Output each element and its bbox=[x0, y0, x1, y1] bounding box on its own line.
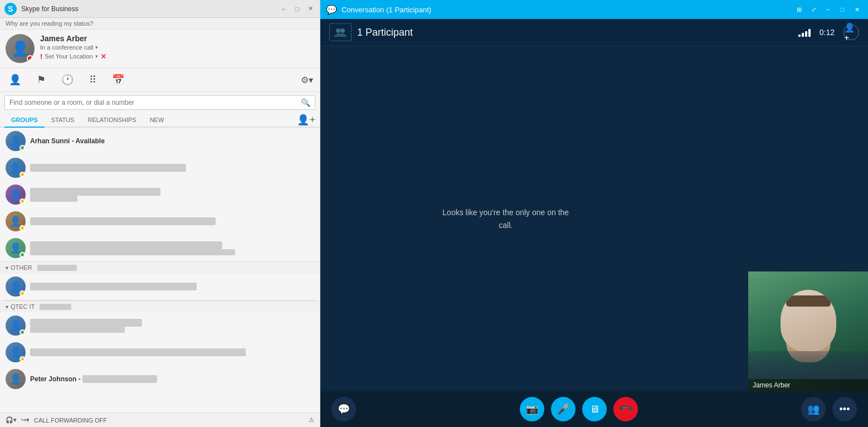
signal-bars-icon bbox=[798, 28, 811, 37]
profile-section: 👤 James Arber In a conference call ▾ ! S… bbox=[0, 30, 320, 68]
avatar: 👤 bbox=[6, 238, 26, 258]
status-available-icon bbox=[19, 252, 25, 258]
meetings-nav-icon[interactable]: 📅 bbox=[110, 71, 126, 88]
conv-title-bar: 💬 Conversation (1 Participant) ⊞ ⤢ − □ ✕ bbox=[320, 0, 868, 19]
collapse-icon[interactable]: ▾ bbox=[6, 304, 8, 310]
list-item[interactable]: 👤 ███████████ ██████ ████████ ██████ ███… bbox=[0, 235, 320, 261]
contact-status-text: ████████████████████████ bbox=[30, 327, 314, 333]
minimize-button[interactable]: − bbox=[279, 4, 289, 14]
participants-group-icon bbox=[334, 27, 347, 38]
mic-button[interactable]: 🎤 bbox=[551, 397, 576, 421]
svg-point-1 bbox=[340, 28, 345, 33]
maximize-button[interactable]: □ bbox=[837, 4, 848, 15]
head-shape bbox=[781, 290, 836, 351]
add-person-button[interactable]: 👤+ bbox=[843, 25, 859, 40]
tab-relationships[interactable]: RELATIONSHIPS bbox=[81, 113, 143, 128]
profile-location: ! Set Your Location ▾ ✕ bbox=[40, 52, 314, 61]
expand-button[interactable]: ⤢ bbox=[808, 4, 819, 15]
warning-icon[interactable]: ⚠ bbox=[309, 416, 314, 424]
list-item[interactable]: 👤 ██████████████ ████████████ ██████ ███… bbox=[0, 208, 320, 235]
app-title: Skype for Business bbox=[21, 5, 79, 13]
mic-icon: 🎤 bbox=[557, 403, 569, 415]
title-bar-controls: − □ ✕ bbox=[279, 4, 315, 14]
audio-icon[interactable]: 🎧▾ bbox=[6, 416, 17, 424]
clear-location-icon[interactable]: ✕ bbox=[100, 52, 107, 61]
list-item[interactable]: 👤 ██████ █████ ██████ █ █████ ████████ bbox=[0, 154, 320, 181]
history-nav-icon[interactable]: 🕐 bbox=[59, 71, 76, 88]
right-panel: 💬 Conversation (1 Participant) ⊞ ⤢ − □ ✕… bbox=[320, 0, 868, 427]
search-input[interactable] bbox=[9, 99, 301, 106]
list-item[interactable]: 👤 ████████ █████████ ████ █████████████ bbox=[0, 273, 320, 300]
status-away-icon bbox=[19, 172, 25, 177]
contact-info: █████████ ████ ██████ ██ █████ █████████… bbox=[30, 188, 314, 202]
tabs-row: GROUPS STATUS RELATIONSHIPS NEW 👤+ bbox=[0, 113, 320, 128]
contact-info: ████████ ██████ - ████████ █████████████… bbox=[30, 319, 314, 333]
status-available-icon bbox=[19, 329, 25, 335]
status-away-icon bbox=[19, 225, 25, 231]
self-video-panel: James Arber bbox=[748, 271, 868, 391]
list-item[interactable]: 👤 ██████ █████ ████ █████ ██████████████… bbox=[0, 339, 320, 366]
contact-info: ████████ █████████ ████ █████████████ bbox=[30, 283, 314, 290]
bar1 bbox=[798, 35, 801, 37]
contact-name: ███████████ ██████ ████████ ██████ █████… bbox=[30, 241, 314, 249]
participants-button[interactable]: 👥 bbox=[801, 397, 826, 421]
section-header-other: ▾ OTHER ██████████ bbox=[0, 261, 320, 273]
controls-right: 👥 ••• bbox=[801, 397, 857, 421]
contact-info: ██████ █████ ██████ █ █████ ████████ bbox=[30, 164, 314, 172]
tab-status[interactable]: STATUS bbox=[45, 113, 81, 128]
status-available-icon bbox=[19, 145, 25, 151]
status-away-icon bbox=[19, 198, 25, 204]
nav-bar: 👤 ⚑ 🕐 ⠿ 📅 ⚙▾ bbox=[0, 68, 320, 92]
collapse-icon[interactable]: ▾ bbox=[6, 265, 8, 271]
tab-new[interactable]: NEW bbox=[143, 113, 171, 128]
chat-toggle-button[interactable]: 💬 bbox=[331, 397, 356, 421]
list-item[interactable]: 👤 ████████ ██████ - ████████ ███████████… bbox=[0, 312, 320, 339]
list-item[interactable]: 👤 Arhan Sunni - Available bbox=[0, 128, 320, 154]
call-forward-icon[interactable]: ↪▾ bbox=[21, 416, 30, 424]
search-icon[interactable]: 🔍 bbox=[301, 98, 310, 107]
contacts-nav-icon[interactable]: 👤 bbox=[7, 71, 23, 88]
bar2 bbox=[802, 33, 804, 37]
status-dropdown-icon[interactable]: ▾ bbox=[95, 45, 98, 50]
call-timer: 0:12 bbox=[820, 28, 835, 37]
screen-share-button[interactable]: 🖥 bbox=[582, 397, 607, 421]
contact-name: Peter Johnson - ██████ ████ █████ bbox=[30, 375, 314, 383]
close-button[interactable]: ✕ bbox=[305, 4, 315, 14]
end-call-button[interactable]: 📞 bbox=[613, 397, 638, 421]
contact-status-text: ████████ █████ █████ ████ ████████ █████… bbox=[30, 249, 314, 255]
tab-groups[interactable]: GROUPS bbox=[4, 113, 45, 128]
minimize-button[interactable]: − bbox=[822, 4, 833, 15]
title-bar: S Skype for Business − □ ✕ bbox=[0, 0, 320, 18]
conv-title-text: Conversation (1 Participant) bbox=[342, 6, 431, 14]
maximize-button[interactable]: □ bbox=[292, 4, 302, 14]
location-text[interactable]: Set Your Location bbox=[45, 53, 92, 60]
contact-name: Arhan Sunni - Available bbox=[30, 137, 314, 145]
screen-icon: 🖥 bbox=[589, 404, 599, 415]
avatar: 👤 bbox=[6, 369, 26, 389]
grid-view-button[interactable]: ⊞ bbox=[793, 4, 804, 15]
list-item[interactable]: 👤 Peter Johnson - ██████ ████ █████ bbox=[0, 366, 320, 392]
dialpad-nav-icon[interactable]: ⠿ bbox=[87, 71, 99, 88]
list-item[interactable]: 👤 █████████ ████ ██████ ██ █████ ███████… bbox=[0, 181, 320, 208]
profile-status-text: In a conference call bbox=[40, 44, 93, 51]
settings-nav-icon[interactable]: ⚙▾ bbox=[301, 75, 313, 85]
controls-left: 💬 bbox=[331, 397, 356, 421]
avatar[interactable]: 👤 bbox=[6, 34, 35, 63]
participant-bar: 1 Participant 0:12 👤+ bbox=[320, 19, 868, 46]
blurred-name: ██████ █████ ██████ █ █████ ████████ bbox=[30, 164, 186, 172]
avatar: 👤 bbox=[6, 316, 26, 336]
contact-name: ██████ █████ ██████ █ █████ ████████ bbox=[30, 164, 314, 172]
more-options-button[interactable]: ••• bbox=[832, 397, 857, 421]
location-dropdown-icon[interactable]: ▾ bbox=[95, 54, 98, 59]
add-contact-button[interactable]: 👤+ bbox=[297, 114, 315, 126]
contact-info: Arhan Sunni - Available bbox=[30, 137, 314, 145]
close-button[interactable]: ✕ bbox=[851, 4, 862, 15]
video-button[interactable]: 📷 bbox=[520, 397, 544, 421]
activity-nav-icon[interactable]: ⚑ bbox=[35, 71, 48, 88]
avatar: 👤 bbox=[6, 158, 26, 178]
profile-status: In a conference call ▾ bbox=[40, 44, 314, 51]
exclamation-icon: ! bbox=[40, 52, 42, 61]
solo-message-line1: Looks like you're the only one on the bbox=[442, 208, 569, 217]
svg-point-0 bbox=[336, 28, 340, 33]
conv-title-left: 💬 Conversation (1 Participant) bbox=[326, 4, 431, 15]
